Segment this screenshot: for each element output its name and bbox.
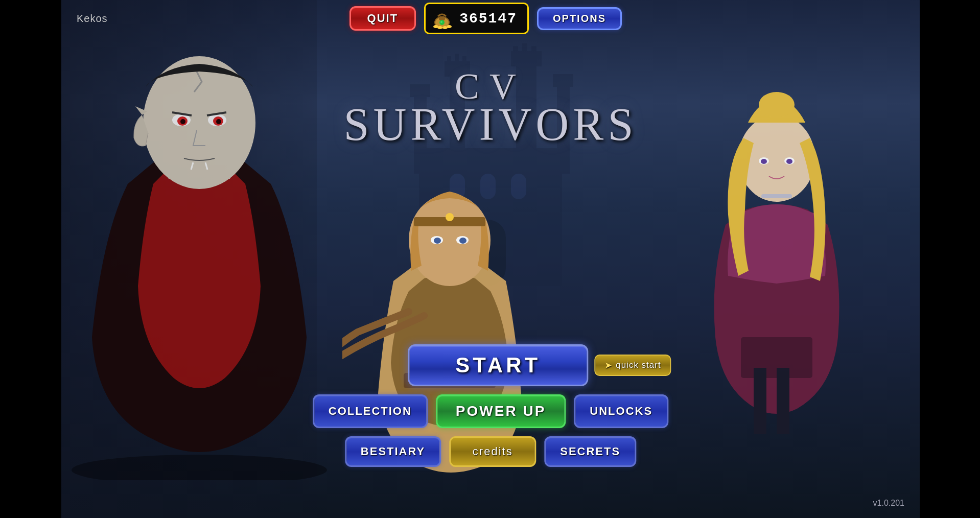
unlocks-button[interactable]: UNLOCKS (574, 394, 668, 428)
left-border (0, 0, 61, 518)
bottom-row: BESTIARY credits SECRETS (345, 436, 636, 467)
svg-rect-47 (439, 16, 445, 20)
svg-rect-3 (455, 54, 459, 64)
coin-bag-icon (431, 7, 453, 30)
svg-point-36 (759, 92, 795, 117)
svg-point-51 (437, 26, 442, 29)
svg-point-28 (409, 194, 491, 286)
credits-button[interactable]: credits (449, 436, 536, 467)
svg-point-34 (446, 213, 454, 221)
svg-rect-9 (531, 46, 536, 55)
options-button[interactable]: OPTIONS (537, 7, 622, 30)
quick-start-button[interactable]: ➤ quick start (594, 355, 671, 376)
top-bar: Kekos QUIT (61, 0, 920, 37)
svg-point-49 (440, 21, 442, 23)
title-container: CV SURVIVORS (344, 66, 638, 148)
score-value: 365147 (459, 11, 517, 27)
svg-rect-7 (513, 46, 518, 55)
version-label: v1.0.201 (873, 499, 904, 508)
quick-start-label: quick start (616, 360, 661, 370)
collection-button[interactable]: COLLECTION (313, 394, 428, 428)
svg-point-26 (216, 119, 221, 124)
score-display: 365147 (424, 3, 529, 34)
game-screen: Kekos QUIT (61, 0, 920, 518)
svg-rect-4 (462, 56, 466, 66)
buttons-area: START ➤ quick start COLLECTION POWER UP … (310, 344, 671, 467)
dracula-character (61, 31, 347, 480)
svg-point-32 (459, 238, 466, 244)
svg-point-19 (72, 455, 327, 480)
center-top-area: QUIT (349, 3, 622, 34)
svg-rect-44 (777, 368, 789, 434)
power-up-button[interactable]: POWER UP (436, 394, 566, 428)
svg-point-39 (761, 159, 767, 164)
lady-character (674, 82, 858, 439)
svg-rect-41 (761, 194, 792, 198)
svg-point-25 (180, 119, 185, 124)
right-border (920, 0, 980, 518)
title-survivors: SURVIVORS (344, 102, 638, 148)
quit-button[interactable]: QUIT (349, 6, 416, 31)
username-label: Kekos (77, 13, 108, 25)
arrow-icon: ➤ (604, 360, 613, 371)
svg-rect-8 (522, 43, 527, 53)
svg-rect-43 (754, 368, 766, 434)
secrets-button[interactable]: SECRETS (544, 436, 636, 467)
start-button[interactable]: START (408, 344, 588, 386)
svg-point-53 (447, 25, 452, 28)
svg-point-31 (434, 238, 441, 244)
start-row: START ➤ quick start (310, 344, 671, 386)
bestiary-button[interactable]: BESTIARY (345, 436, 441, 467)
middle-row: COLLECTION POWER UP UNLOCKS (313, 394, 668, 428)
svg-rect-2 (447, 56, 451, 66)
svg-point-40 (786, 159, 792, 164)
